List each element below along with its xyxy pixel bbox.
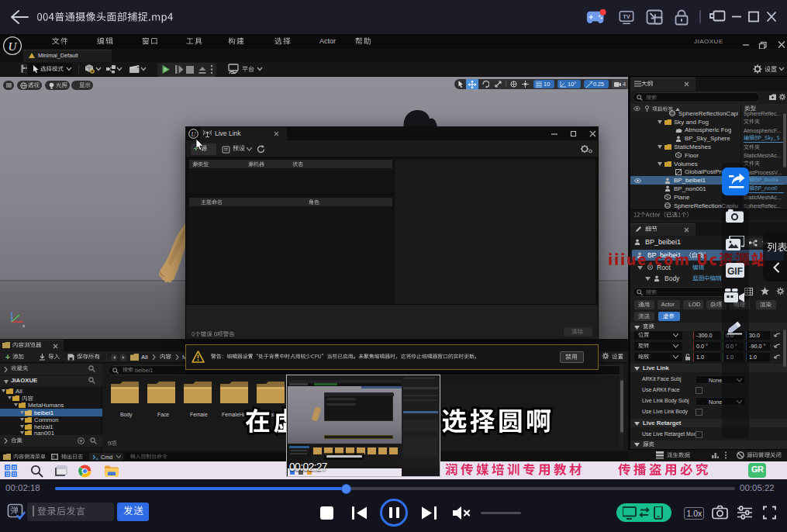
- svg-text:GIF: GIF: [727, 266, 743, 277]
- svg-text:U: U: [9, 40, 18, 53]
- svg-text:TV: TV: [623, 13, 630, 20]
- svg-text:x: x: [22, 323, 25, 327]
